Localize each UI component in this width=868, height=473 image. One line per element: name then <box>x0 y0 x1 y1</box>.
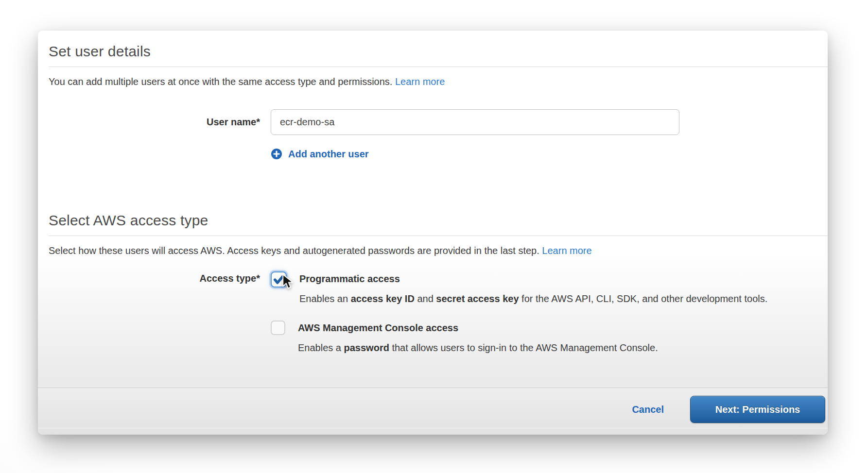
programmatic-access-description: Enables an access key ID and secret acce… <box>299 289 767 308</box>
access-type-intro-text: Select how these users will access AWS. … <box>49 245 539 256</box>
programmatic-access-title: Programmatic access <box>299 271 767 286</box>
console-access-text: AWS Management Console access Enables a … <box>298 321 658 357</box>
add-another-user-link[interactable]: Add another user <box>271 148 369 160</box>
page-background: Set user details You can add multiple us… <box>0 0 868 473</box>
username-label: User name* <box>49 117 260 128</box>
learn-more-link-access-type[interactable]: Learn more <box>542 245 591 256</box>
programmatic-access-text: Programmatic access Enables an access ke… <box>299 271 767 308</box>
console-access-description: Enables a password that allows users to … <box>298 338 658 357</box>
wizard-footer: Cancel Next: Permissions <box>38 388 828 435</box>
console-access-checkbox[interactable] <box>271 321 285 335</box>
username-input[interactable] <box>271 109 679 135</box>
access-type-title: Select AWS access type <box>49 212 828 236</box>
plus-icon <box>271 148 282 160</box>
user-details-intro: You can add multiple users at once with … <box>49 75 817 88</box>
learn-more-link-user-details[interactable]: Learn more <box>395 76 445 87</box>
access-type-label: Access type* <box>49 271 260 308</box>
access-type-intro: Select how these users will access AWS. … <box>49 244 817 257</box>
console-access-title: AWS Management Console access <box>298 321 658 335</box>
username-row: User name* <box>49 109 817 135</box>
check-icon <box>273 273 285 286</box>
console-access-option: AWS Management Console access Enables a … <box>271 321 817 357</box>
user-details-intro-text: You can add multiple users at once with … <box>49 76 392 87</box>
add-another-user-label: Add another user <box>288 149 369 160</box>
page-title: Set user details <box>49 43 828 67</box>
programmatic-access-checkbox[interactable] <box>271 271 287 287</box>
add-user-panel: Set user details You can add multiple us… <box>38 31 828 435</box>
next-permissions-button[interactable]: Next: Permissions <box>690 396 825 423</box>
cancel-button[interactable]: Cancel <box>632 404 664 415</box>
panel-content: Set user details You can add multiple us… <box>38 43 828 357</box>
programmatic-access-option: Programmatic access Enables an access ke… <box>271 271 767 308</box>
access-type-row: Access type* Programmatic access Enables… <box>49 271 817 308</box>
